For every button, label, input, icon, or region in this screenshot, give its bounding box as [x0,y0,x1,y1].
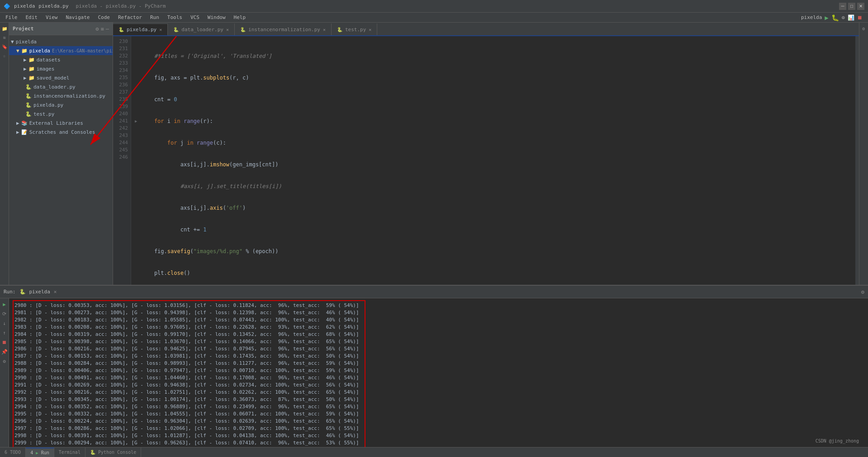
tab-pixelda-py[interactable]: 🐍 pixelda.py ✕ [113,24,168,35]
tab-data-loader-label: data_loader.py [181,27,223,33]
project-panel-title: Project [13,26,33,32]
tab-data-loader-close[interactable]: ✕ [226,27,229,32]
toolbar-debug-button[interactable]: 🐛 [831,14,839,21]
menu-edit[interactable]: Edit [22,14,42,21]
fold-239[interactable] [135,248,140,255]
tab-run[interactable]: 4 ▶ Run [26,448,54,457]
code-line-236: #axs[i, j].set_title(titles[i]) [135,183,852,190]
tree-pixelda-py[interactable]: 🐍 pixelda.py [9,100,113,109]
bottom-tabs: 6 TODO 4 ▶ Run Terminal 🐍 Python Console [0,448,141,457]
tab-instance-norm[interactable]: 🐍 instancenormalization.py ✕ [235,24,332,35]
menu-view[interactable]: View [42,14,62,21]
run-pin-button[interactable]: 📌 [0,348,9,356]
output-line-1: 2981 : [D - loss: 0.00273, acc: 100%], [… [14,309,364,316]
menu-refactor[interactable]: Refactor [114,14,146,21]
menu-code[interactable]: Code [94,14,114,21]
menu-help[interactable]: Help [230,14,250,21]
toolbar-run-config: pixelda [801,14,822,20]
fold-237[interactable] [135,204,140,212]
minimize-button[interactable]: ─ [839,3,846,10]
project-menu-icon[interactable]: ≡ [101,26,104,32]
toolbar-profile-button[interactable]: 📊 [848,14,854,21]
run-scroll-down-button[interactable]: ↓ [0,319,9,327]
bookmark-icon[interactable]: 🔖 [0,42,9,51]
run-scroll-up-button[interactable]: ↑ [0,329,9,337]
menu-vcs[interactable]: VCS [187,14,203,21]
tab-instance-norm-close[interactable]: ✕ [323,27,326,32]
run-stop-button[interactable]: ⏹ [0,338,9,346]
project-collapse-icon[interactable]: — [106,26,109,32]
menu-window[interactable]: Window [204,14,229,21]
code-text-238: cnt += 1 [141,226,207,233]
menu-file[interactable]: File [2,14,21,21]
fold-234[interactable] [135,139,140,146]
expand-icon: ▼ [11,39,14,45]
datasets-expand-icon: ▶ [24,57,27,63]
output-line-17: 2997 : [D - loss: 0.00286, acc: 100%], [… [14,425,364,432]
run-settings-button[interactable]: ⚙ [0,357,9,365]
right-icon-1[interactable]: ⚙ [860,24,868,33]
project-icon[interactable]: 📁 [0,24,9,33]
structure-icon[interactable]: ≋ [0,33,9,42]
code-text-236: #axs[i, j].set_title(titles[i]) [141,183,282,190]
fold-235[interactable] [135,161,140,168]
test-py-icon: 🐍 [25,111,32,117]
fold-240[interactable] [135,269,140,277]
output-line-18: 2998 : [D - loss: 0.00391, acc: 100%], [… [14,432,364,439]
menubar: File Edit View Navigate Code Refactor Ru… [0,13,868,23]
run-settings-icon[interactable]: ⚙ [861,289,864,295]
tree-instance-norm[interactable]: 🐍 instancenormalization.py [9,91,113,100]
test-py-label: test.py [33,111,54,117]
app-icon: 🔷 [4,3,10,9]
fold-231[interactable] [135,74,140,81]
fold-238[interactable] [135,226,140,233]
tab-terminal[interactable]: Terminal [54,448,85,457]
code-line-235: axs[i,j].imshow(gen_imgs[cnt]) [135,161,852,168]
fold-236[interactable] [135,183,140,190]
toolbar-run-button[interactable]: ▶ [825,14,828,21]
tab-python-console[interactable]: 🐍 Python Console [85,448,141,457]
tab-test-py[interactable]: 🐍 test.py ✕ [332,24,377,35]
ext-libs-label: External Libraries [29,120,83,126]
tree-data-loader[interactable]: 🐍 data_loader.py [9,82,113,91]
tab-data-loader[interactable]: 🐍 data_loader.py ✕ [168,24,235,35]
tree-test-py[interactable]: 🐍 test.py [9,109,113,118]
favorites-icon[interactable]: ☆ [0,52,9,60]
code-content[interactable]: #titles = ['Original', 'Translated'] fig… [131,36,855,285]
menu-run[interactable]: Run [147,14,163,21]
maximize-button[interactable]: □ [848,3,855,10]
tree-scratches[interactable]: ▶ 📝 Scratches and Consoles [9,127,113,137]
editor-area: 🐍 pixelda.py ✕ 🐍 data_loader.py ✕ 🐍 inst… [113,23,859,285]
project-settings-icon[interactable]: ⚙ [95,26,99,32]
line-numbers: 230 231 232 233 234 235 236 237 238 239 … [113,36,131,285]
bottom-toolbar: 6 TODO 4 ▶ Run Terminal 🐍 Python Console… [0,447,868,457]
run-tab-close[interactable]: ✕ [54,289,57,295]
tree-images[interactable]: ▶ 📁 images [9,64,113,73]
run-rerun-button[interactable]: ⟳ [0,310,9,318]
fold-230[interactable] [135,52,140,60]
fold-232[interactable] [135,96,140,103]
folder-icon: 📁 [21,48,28,54]
tree-datasets[interactable]: ▶ 📁 datasets [9,55,113,64]
menu-navigate[interactable]: Navigate [62,14,94,21]
tab-todo[interactable]: 6 TODO [0,448,26,457]
code-line-232: cnt = 0 [135,96,852,103]
run-output[interactable]: 2980 : [D - loss: 0.00353, acc: 100%], [… [9,298,868,457]
tree-external-libs[interactable]: ▶ 📚 External Libraries [9,118,113,127]
tree-saved-model[interactable]: ▶ 📁 saved_model [9,73,113,82]
right-sidebar-icons: ⚙ [859,23,868,285]
tree-root-pixelda[interactable]: ▼ pixelda [9,37,113,46]
code-text-234: for j in range(c): [141,139,226,146]
toolbar-stop-button[interactable]: ⏹ [857,14,863,21]
menu-tools[interactable]: Tools [164,14,186,21]
close-button[interactable]: ✕ [857,3,864,10]
tab-pixelda-close[interactable]: ✕ [159,27,162,32]
tab-instance-norm-label: instancenormalization.py [248,27,320,33]
code-editor[interactable]: 230 231 232 233 234 235 236 237 238 239 … [113,36,859,285]
toolbar-coverage-button[interactable]: ⊙ [842,14,845,21]
editor-scrollbar[interactable] [855,36,859,285]
run-play-button[interactable]: ▶ [0,300,9,308]
tree-folder-pixelda[interactable]: ▼ 📁 pixelda E:\Keras-GAN-master\pixelda [9,46,113,55]
fold-233[interactable]: ▶ [135,118,140,125]
tab-test-py-close[interactable]: ✕ [369,27,371,32]
